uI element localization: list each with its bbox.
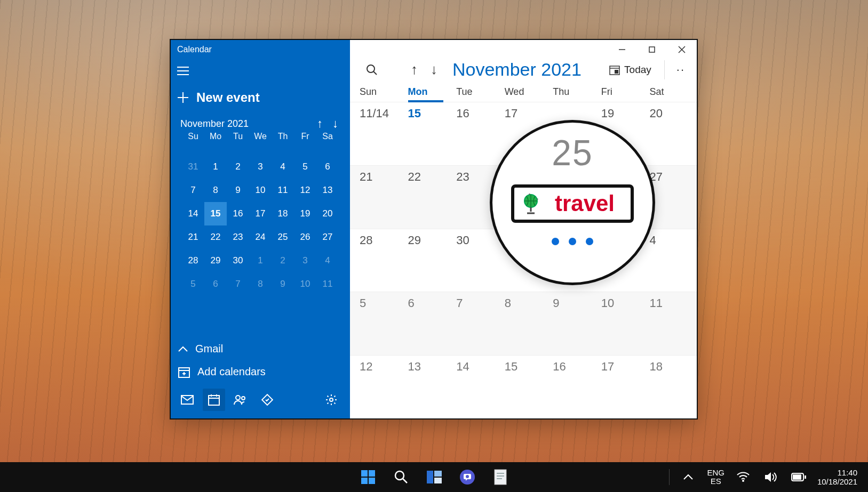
day-cell[interactable]: 20 — [644, 102, 692, 165]
mini-day-cell[interactable]: 2 — [272, 249, 294, 272]
tray-overflow-button[interactable] — [679, 468, 697, 486]
volume-button[interactable] — [762, 468, 780, 486]
mini-day-cell[interactable]: 7 — [227, 272, 249, 296]
day-cell[interactable]: 15 — [499, 356, 548, 418]
new-event-button[interactable]: New event — [171, 83, 350, 115]
mini-day-cell[interactable]: 31 — [182, 155, 204, 179]
search-button[interactable] — [360, 64, 384, 76]
mini-day-cell[interactable]: 10 — [294, 272, 316, 296]
day-cell[interactable]: 21 — [354, 166, 403, 229]
mini-day-cell[interactable]: 18 — [272, 202, 294, 225]
mini-day-cell[interactable]: 27 — [316, 225, 339, 249]
mini-day-cell[interactable]: 10 — [249, 179, 272, 202]
battery-button[interactable] — [790, 468, 808, 486]
hamburger-button[interactable] — [171, 59, 194, 83]
day-cell[interactable]: 12 — [354, 356, 403, 418]
mini-day-cell[interactable]: 5 — [294, 155, 316, 179]
day-cell[interactable]: 17 — [596, 356, 644, 418]
todo-app-button[interactable] — [256, 389, 278, 411]
day-cell[interactable]: 10 — [596, 292, 644, 355]
mini-day-cell[interactable]: 24 — [249, 225, 272, 249]
day-cell[interactable]: 28 — [354, 229, 403, 292]
task-view-button[interactable] — [425, 468, 443, 486]
day-cell[interactable]: 5 — [354, 292, 403, 355]
mini-day-cell[interactable]: 23 — [227, 225, 249, 249]
day-cell[interactable]: 15 — [403, 102, 451, 165]
mini-day-cell[interactable]: 3 — [294, 249, 316, 272]
mini-day-cell[interactable]: 14 — [182, 202, 204, 225]
mini-day-cell[interactable]: 22 — [204, 225, 227, 249]
callout-more-dots[interactable] — [552, 238, 593, 245]
callout-event[interactable]: travel — [511, 184, 634, 223]
mini-day-cell[interactable]: 4 — [272, 155, 294, 179]
taskbar-search-button[interactable] — [392, 468, 410, 486]
mini-day-cell[interactable]: 4 — [316, 249, 339, 272]
more-button[interactable]: ·· — [674, 63, 687, 77]
day-cell[interactable]: 22 — [403, 166, 451, 229]
day-cell[interactable]: 6 — [403, 292, 451, 355]
mini-day-cell[interactable]: 7 — [182, 179, 204, 202]
mini-day-cell[interactable]: 13 — [316, 179, 339, 202]
mini-day-cell[interactable]: 21 — [182, 225, 204, 249]
mini-day-cell[interactable]: 1 — [204, 155, 227, 179]
start-button[interactable] — [359, 468, 377, 486]
mini-day-cell[interactable]: 11 — [316, 272, 339, 296]
day-cell[interactable]: 11/14 — [354, 102, 403, 165]
mini-day-cell[interactable]: 17 — [249, 202, 272, 225]
minimize-button[interactable] — [607, 40, 637, 59]
language-button[interactable]: ENG ES — [707, 469, 724, 486]
chat-button[interactable] — [458, 468, 476, 486]
day-cell[interactable]: 8 — [499, 292, 548, 355]
mini-day-cell[interactable]: 29 — [204, 249, 227, 272]
mini-day-cell[interactable]: 8 — [249, 272, 272, 296]
people-app-button[interactable] — [229, 389, 252, 411]
wifi-icon — [737, 472, 750, 482]
mini-day-cell[interactable]: 8 — [204, 179, 227, 202]
mini-day-cell[interactable]: 6 — [204, 272, 227, 296]
mini-day-cell[interactable]: 3 — [249, 155, 272, 179]
calendar-app-button[interactable] — [203, 389, 225, 411]
maximize-button[interactable] — [637, 40, 667, 59]
settings-button[interactable] — [320, 389, 343, 411]
day-cell[interactable]: 29 — [403, 229, 451, 292]
clock-button[interactable]: 11:40 10/18/2021 — [817, 468, 857, 487]
mini-day-cell[interactable]: 16 — [227, 202, 249, 225]
mini-day-cell[interactable]: 9 — [272, 272, 294, 296]
mini-day-cell[interactable]: 1 — [249, 249, 272, 272]
mini-day-cell[interactable]: 5 — [182, 272, 204, 296]
mini-day-cell[interactable]: 11 — [272, 179, 294, 202]
mini-day-cell[interactable]: 2 — [227, 155, 249, 179]
wifi-button[interactable] — [734, 468, 752, 486]
day-cell[interactable]: 16 — [451, 102, 499, 165]
mini-next-button[interactable]: ↓ — [332, 118, 338, 130]
mini-day-cell[interactable]: 25 — [272, 225, 294, 249]
mini-day-cell[interactable]: 6 — [316, 155, 339, 179]
next-month-button[interactable]: ↓ — [431, 61, 437, 78]
prev-month-button[interactable]: ↑ — [411, 61, 418, 78]
add-calendars-button[interactable]: Add calendars — [171, 360, 350, 383]
today-button[interactable]: Today — [606, 62, 655, 78]
day-cell[interactable]: 7 — [451, 292, 499, 355]
day-cell[interactable]: 16 — [547, 356, 596, 418]
mini-day-cell[interactable]: 28 — [182, 249, 204, 272]
day-cell[interactable]: 30 — [451, 229, 499, 292]
day-cell[interactable]: 4 — [644, 229, 692, 292]
day-cell[interactable]: 11 — [644, 292, 692, 355]
day-cell[interactable]: 9 — [547, 292, 596, 355]
day-cell[interactable]: 18 — [644, 356, 692, 418]
mini-prev-button[interactable]: ↑ — [317, 118, 323, 130]
mail-app-button[interactable] — [176, 389, 198, 411]
mini-day-cell[interactable]: 30 — [227, 249, 249, 272]
mini-day-cell[interactable]: 19 — [294, 202, 316, 225]
day-cell[interactable]: 14 — [451, 356, 499, 418]
notepad-button[interactable] — [491, 468, 509, 486]
mini-day-cell[interactable]: 9 — [227, 179, 249, 202]
mini-day-cell[interactable]: 26 — [294, 225, 316, 249]
close-button[interactable] — [667, 40, 697, 59]
day-cell[interactable]: 13 — [403, 356, 451, 418]
mini-day-cell[interactable]: 15 — [204, 202, 227, 225]
month-title[interactable]: November 2021 — [452, 59, 601, 80]
mini-day-cell[interactable]: 12 — [294, 179, 316, 202]
account-toggle[interactable]: Gmail — [171, 337, 350, 360]
mini-day-cell[interactable]: 20 — [316, 202, 339, 225]
